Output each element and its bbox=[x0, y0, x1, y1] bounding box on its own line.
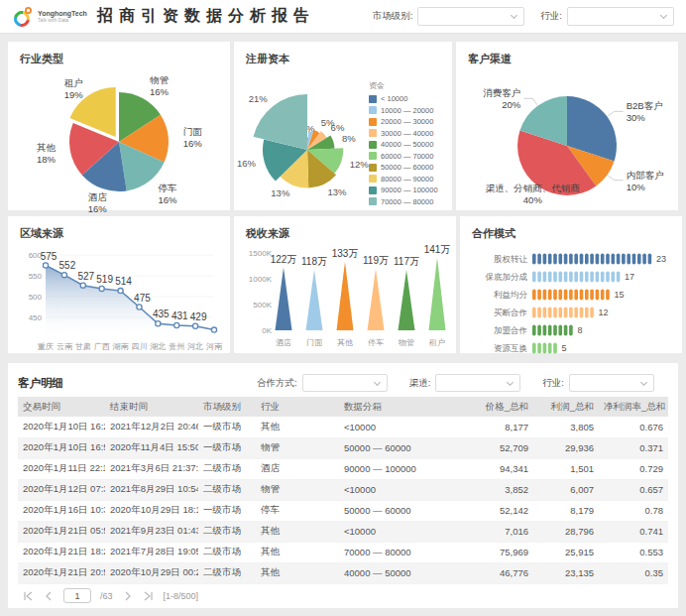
funnel-cone-其他[interactable] bbox=[337, 262, 354, 330]
dot-pill[interactable] bbox=[622, 254, 626, 265]
data-point-河南[interactable] bbox=[211, 327, 216, 332]
dot-pill[interactable] bbox=[559, 290, 563, 301]
dot-pill[interactable] bbox=[564, 308, 568, 318]
table-row[interactable]: 2020年1月21日 05:55:422021年9月23日 01:43:40二级… bbox=[18, 521, 668, 542]
legend-item[interactable]: 80000 — 90000 bbox=[369, 174, 438, 185]
channel-pie-chart[interactable]: B2B客户30%内部客户10%渠道、分销商、代销商40%消费客户20% bbox=[468, 68, 668, 215]
dot-pill[interactable] bbox=[553, 343, 557, 354]
dot-pill[interactable] bbox=[637, 254, 641, 265]
funnel-cone-停车[interactable] bbox=[368, 269, 385, 330]
dot-pill[interactable] bbox=[585, 254, 589, 265]
dot-pill[interactable] bbox=[569, 325, 573, 336]
dot-pill[interactable] bbox=[627, 254, 630, 265]
dot-pill[interactable] bbox=[632, 254, 636, 265]
legend-item[interactable]: 50000 — 60000 bbox=[369, 162, 438, 174]
dot-pill[interactable] bbox=[585, 272, 589, 283]
dot-pill[interactable] bbox=[553, 254, 557, 265]
dot-pill[interactable] bbox=[537, 290, 541, 301]
last-page-button[interactable] bbox=[143, 590, 155, 602]
page-number-input[interactable]: 1 bbox=[63, 588, 91, 603]
legend-item[interactable]: 20000 — 30000 bbox=[369, 116, 438, 128]
first-page-button[interactable] bbox=[22, 590, 34, 602]
dot-pill[interactable] bbox=[590, 272, 594, 283]
capital-rose-chart[interactable]: 1%5%6%8%12%13%13%16%21% bbox=[246, 68, 369, 215]
dot-pill[interactable] bbox=[606, 272, 610, 283]
dot-pill[interactable] bbox=[569, 272, 573, 283]
data-point-湖南[interactable] bbox=[118, 289, 123, 294]
data-point-重庆[interactable] bbox=[43, 263, 48, 268]
dot-pill[interactable] bbox=[617, 272, 621, 283]
table-row[interactable]: 2020年1月21日 18:25:272021年7月28日 19:05:45二级… bbox=[18, 542, 668, 562]
dot-pill[interactable] bbox=[574, 272, 578, 283]
dot-pill[interactable] bbox=[559, 325, 563, 336]
funnel-cone-酒店[interactable] bbox=[276, 268, 292, 330]
dot-pill[interactable] bbox=[569, 290, 573, 301]
dot-pill[interactable] bbox=[548, 325, 552, 336]
dot-pill[interactable] bbox=[553, 325, 557, 336]
dot-pill[interactable] bbox=[543, 308, 547, 318]
funnel-cone-门面[interactable] bbox=[306, 270, 323, 330]
legend-item[interactable]: 30000 — 40000 bbox=[369, 128, 438, 140]
table-row[interactable]: 2020年1月12日 07:37:012021年8月29日 10:54:53二级… bbox=[18, 479, 668, 500]
dot-pill[interactable] bbox=[648, 254, 652, 265]
dot-pill[interactable] bbox=[580, 254, 584, 265]
dot-pill[interactable] bbox=[537, 308, 541, 318]
dot-pill[interactable] bbox=[580, 272, 584, 283]
dot-pill[interactable] bbox=[548, 290, 552, 301]
data-point-广西[interactable] bbox=[99, 286, 104, 291]
dot-pill[interactable] bbox=[601, 272, 605, 283]
dot-pill[interactable] bbox=[590, 290, 594, 301]
dot-pill[interactable] bbox=[559, 308, 563, 318]
industry-select[interactable] bbox=[567, 7, 674, 26]
dot-pill[interactable] bbox=[585, 308, 589, 318]
dot-pill[interactable] bbox=[543, 290, 547, 301]
region-area-chart[interactable]: 450500550600575重庆552云南527甘肃519广西514湖南475… bbox=[20, 243, 220, 360]
dot-pill[interactable] bbox=[590, 254, 594, 265]
prev-page-button[interactable] bbox=[43, 590, 55, 602]
table-row[interactable]: 2020年1月10日 16:57:182020年11月4日 15:50:22一级… bbox=[18, 437, 668, 458]
dot-pill[interactable] bbox=[606, 254, 610, 265]
dot-pill[interactable] bbox=[543, 254, 547, 265]
dot-pill[interactable] bbox=[532, 325, 536, 336]
dot-pill[interactable] bbox=[564, 325, 568, 336]
cooperation-dot-chart[interactable]: 股权转让23保底加分成17利益均分15买断合作12加盟合作8资源互换5 bbox=[472, 243, 672, 360]
dot-pill[interactable] bbox=[548, 343, 552, 354]
legend-item[interactable]: 60000 — 70000 bbox=[369, 151, 438, 163]
data-point-贵州[interactable] bbox=[174, 322, 179, 327]
dot-pill[interactable] bbox=[537, 272, 541, 283]
dot-pill[interactable] bbox=[548, 254, 552, 265]
funnel-cone-租户[interactable] bbox=[429, 258, 446, 330]
data-point-云南[interactable] bbox=[61, 273, 66, 278]
dot-pill[interactable] bbox=[574, 308, 578, 318]
dot-pill[interactable] bbox=[532, 290, 536, 301]
dot-pill[interactable] bbox=[553, 272, 557, 283]
tax-funnel-chart[interactable]: 0K500K1000K1500K122万酒店118万门面133万其他119万停车… bbox=[246, 243, 446, 360]
dot-pill[interactable] bbox=[537, 325, 541, 336]
dot-pill[interactable] bbox=[532, 308, 536, 318]
dot-pill[interactable] bbox=[532, 272, 536, 283]
dot-pill[interactable] bbox=[580, 290, 584, 301]
dot-pill[interactable] bbox=[574, 290, 578, 301]
table-row[interactable]: 2020年1月10日 16:23:452021年12月2日 20:46:24一级… bbox=[18, 417, 668, 437]
data-point-甘肃[interactable] bbox=[80, 283, 85, 288]
dot-pill[interactable] bbox=[532, 254, 536, 265]
data-point-四川[interactable] bbox=[137, 305, 142, 309]
dot-pill[interactable] bbox=[548, 308, 552, 318]
dot-pill[interactable] bbox=[596, 290, 600, 301]
dot-pill[interactable] bbox=[543, 272, 547, 283]
funnel-cone-物管[interactable] bbox=[399, 270, 415, 330]
dot-pill[interactable] bbox=[574, 254, 578, 265]
dot-pill[interactable] bbox=[601, 254, 605, 265]
dot-pill[interactable] bbox=[564, 272, 568, 283]
table-industry-select[interactable] bbox=[569, 374, 654, 392]
data-point-河北[interactable] bbox=[193, 323, 198, 328]
table-row[interactable]: 2020年1月16日 10:34:122020年10月29日 18:11:5一级… bbox=[18, 500, 668, 521]
dot-pill[interactable] bbox=[553, 308, 557, 318]
cooperation-select[interactable] bbox=[302, 374, 388, 392]
dot-pill[interactable] bbox=[548, 272, 552, 283]
dot-pill[interactable] bbox=[564, 254, 568, 265]
dot-pill[interactable] bbox=[585, 290, 589, 301]
dot-pill[interactable] bbox=[569, 254, 573, 265]
industry-pie-chart[interactable]: 物管16%门面16%停车16%酒店16%其他18%租户19% bbox=[20, 68, 220, 215]
dot-pill[interactable] bbox=[580, 308, 584, 318]
